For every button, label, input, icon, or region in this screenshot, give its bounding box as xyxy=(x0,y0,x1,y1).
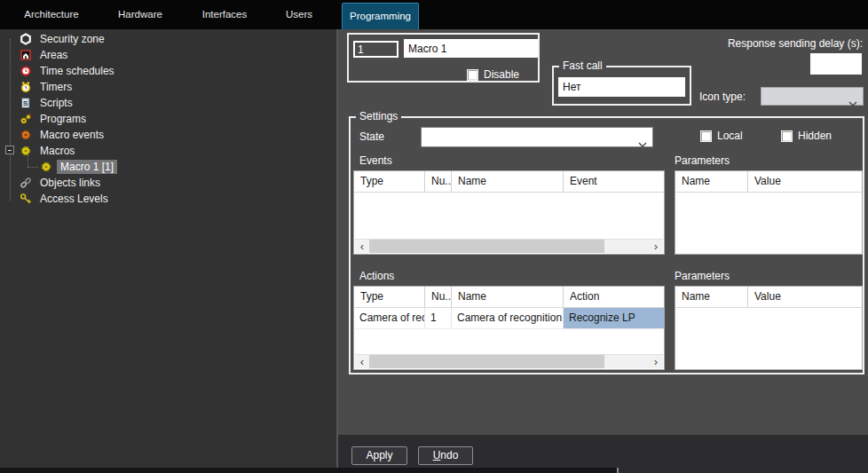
scripts-icon: S xyxy=(20,97,32,109)
undo-button-label: Undo xyxy=(419,447,472,464)
tab-architecture[interactable]: Architecture xyxy=(7,0,96,29)
tab-bar: Architecture Hardware Interfaces Users P… xyxy=(0,0,868,29)
icon-type-label: Icon type: xyxy=(699,91,746,103)
action-parameters-header: Name Value xyxy=(675,287,862,308)
column-header[interactable]: Value xyxy=(748,287,862,307)
chevron-down-icon xyxy=(638,135,647,151)
macro-events-icon xyxy=(20,129,32,141)
sidebar-item-macro-events[interactable]: Macro events xyxy=(0,127,336,143)
sidebar-item-label: Time schedules xyxy=(36,64,118,78)
column-header[interactable]: Name xyxy=(452,287,564,307)
chevron-down-icon xyxy=(848,94,857,110)
actions-table[interactable]: Type Nu... Name Action Camera of rec.. 1… xyxy=(353,286,665,370)
events-table[interactable]: Type Nu... Name Event ‹ › xyxy=(353,170,665,255)
event-parameters-header: Name Value xyxy=(675,171,862,193)
sidebar-item-label: Programs xyxy=(36,112,90,126)
scrollbar-thumb[interactable] xyxy=(369,240,604,253)
column-header[interactable]: Value xyxy=(748,171,862,192)
action-number-cell[interactable]: 1 xyxy=(425,308,452,329)
macro-id-field[interactable] xyxy=(353,41,398,58)
sidebar-item-access-levels[interactable]: Access Levels xyxy=(0,191,336,207)
objects-links-icon xyxy=(20,177,32,189)
hidden-checkbox[interactable] xyxy=(781,130,793,142)
action-name-cell[interactable]: Camera of recognition .. xyxy=(452,308,564,329)
sidebar-item-label: Access Levels xyxy=(36,192,112,206)
column-header[interactable]: Type xyxy=(354,287,425,307)
event-parameters-table[interactable]: Name Value xyxy=(675,170,863,255)
column-header[interactable]: Name xyxy=(675,287,748,307)
local-checkbox[interactable] xyxy=(700,130,712,142)
scrollbar-thumb[interactable] xyxy=(369,355,604,368)
response-delay-field[interactable] xyxy=(810,53,862,75)
tab-hardware[interactable]: Hardware xyxy=(96,0,185,29)
programs-icon xyxy=(20,113,32,125)
sidebar-item-label: Areas xyxy=(36,48,71,62)
macro-name-field[interactable] xyxy=(404,39,538,58)
action-parameters-label: Parameters xyxy=(675,270,730,282)
actions-table-row[interactable]: Camera of rec.. 1 Camera of recognition … xyxy=(354,308,664,329)
macros-icon xyxy=(20,145,32,157)
events-label: Events xyxy=(359,154,392,167)
disable-checkbox[interactable] xyxy=(467,69,478,81)
action-action-cell-selected[interactable]: Recognize LP xyxy=(564,308,664,329)
events-table-header: Type Nu... Name Event xyxy=(354,171,664,193)
macro-editor-panel: Disable Fast call Response sending delay… xyxy=(338,29,868,435)
column-header[interactable]: Event xyxy=(564,171,664,192)
svg-text:S: S xyxy=(23,99,28,107)
actions-horizontal-scrollbar[interactable]: ‹ › xyxy=(355,354,663,368)
events-horizontal-scrollbar[interactable]: ‹ › xyxy=(355,239,663,253)
sidebar-item-timers[interactable]: Timers xyxy=(0,79,336,95)
tab-users[interactable]: Users xyxy=(264,0,334,29)
column-header[interactable]: Name xyxy=(452,171,564,192)
tab-interfaces[interactable]: Interfaces xyxy=(185,0,264,29)
scroll-left-icon[interactable]: ‹ xyxy=(355,240,369,253)
scroll-left-icon[interactable]: ‹ xyxy=(355,355,369,368)
access-levels-icon xyxy=(20,193,32,205)
column-header[interactable]: Name xyxy=(675,171,748,192)
sidebar-item-label: Scripts xyxy=(36,96,76,110)
sidebar-item-label: Timers xyxy=(36,80,75,94)
icon-type-dropdown[interactable] xyxy=(761,87,864,106)
actions-table-header: Type Nu... Name Action xyxy=(354,287,664,308)
actions-label: Actions xyxy=(359,270,394,282)
undo-button[interactable]: Undo xyxy=(418,446,473,465)
settings-group: Settings State Local Hidden Events Type … xyxy=(349,116,864,374)
fast-call-group: Fast call xyxy=(552,66,691,106)
sidebar-item-programs[interactable]: Programs xyxy=(0,111,336,127)
scrollbar-track[interactable] xyxy=(369,240,649,253)
areas-icon xyxy=(20,49,32,61)
sidebar-item-label: Macro events xyxy=(36,128,107,142)
sidebar-item-label: Objects links xyxy=(36,176,104,190)
sidebar-item-macros[interactable]: Macros xyxy=(0,143,336,159)
scrollbar-track[interactable] xyxy=(369,355,649,368)
time-schedules-icon xyxy=(20,65,32,77)
column-header[interactable]: Type xyxy=(354,171,425,192)
column-header[interactable]: Action xyxy=(564,287,664,307)
action-type-cell[interactable]: Camera of rec.. xyxy=(354,308,425,329)
action-parameters-table[interactable]: Name Value xyxy=(675,286,863,370)
timers-icon xyxy=(20,81,32,93)
app-window: Architecture Hardware Interfaces Users P… xyxy=(0,0,868,473)
response-delay-label: Response sending delay (s): xyxy=(728,37,863,50)
sidebar-item-scripts[interactable]: S Scripts xyxy=(0,95,336,111)
sidebar-item-time-schedules[interactable]: Time schedules xyxy=(0,63,336,79)
sidebar-item-areas[interactable]: Areas xyxy=(0,47,336,63)
state-value xyxy=(422,130,425,143)
state-dropdown[interactable] xyxy=(421,127,653,147)
sidebar-item-security-zone[interactable]: Security zone xyxy=(0,31,336,47)
event-parameters-label: Parameters xyxy=(675,154,730,167)
fast-call-title: Fast call xyxy=(559,59,606,72)
window-resize-divider xyxy=(617,468,619,473)
tab-programming[interactable]: Programming xyxy=(342,3,419,29)
sidebar-item-objects-links[interactable]: Objects links xyxy=(0,175,336,191)
sidebar-item-macro-1[interactable]: Macro 1 [1] xyxy=(0,159,336,175)
column-header[interactable]: Nu... xyxy=(425,171,452,192)
object-tree-sidebar: Security zone Areas Time schedules Timer… xyxy=(0,29,336,473)
sidebar-item-label: Security zone xyxy=(36,32,108,46)
apply-button[interactable]: Apply xyxy=(351,446,407,465)
fast-call-field[interactable] xyxy=(558,77,685,97)
scroll-right-icon[interactable]: › xyxy=(649,355,663,368)
column-header[interactable]: Nu... xyxy=(425,287,452,307)
scroll-right-icon[interactable]: › xyxy=(649,240,663,253)
state-label: State xyxy=(359,130,384,143)
